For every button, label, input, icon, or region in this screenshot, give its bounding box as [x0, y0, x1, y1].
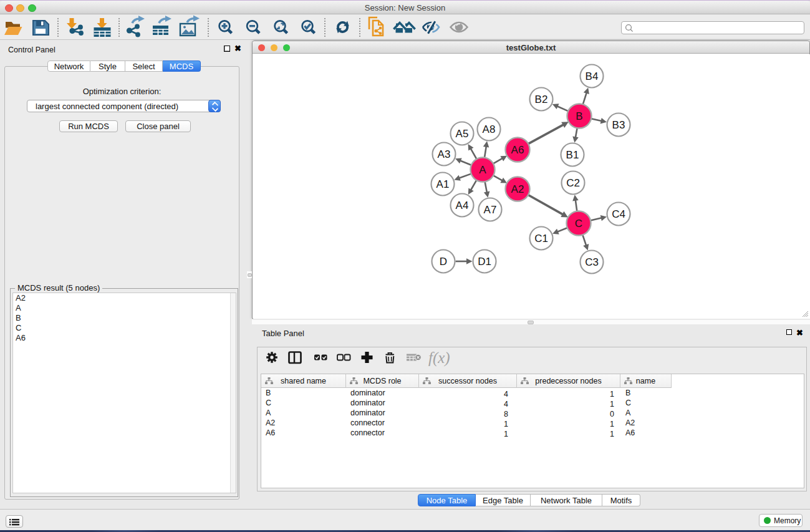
- svg-text:D: D: [440, 256, 447, 268]
- svg-text:C2: C2: [566, 177, 580, 189]
- svg-text:C1: C1: [534, 233, 548, 244]
- svg-text:C: C: [575, 218, 582, 230]
- svg-text:B1: B1: [566, 149, 579, 161]
- svg-text:A: A: [479, 164, 486, 176]
- svg-text:B4: B4: [586, 70, 599, 82]
- svg-text:A2: A2: [511, 183, 524, 195]
- svg-text:C3: C3: [585, 256, 599, 268]
- svg-text:B3: B3: [612, 119, 625, 131]
- svg-text:D1: D1: [478, 256, 491, 268]
- svg-text:A6: A6: [511, 144, 524, 156]
- svg-text:A3: A3: [438, 148, 451, 160]
- svg-text:A4: A4: [456, 200, 469, 211]
- svg-text:A8: A8: [483, 123, 496, 135]
- svg-text:A5: A5: [456, 128, 469, 140]
- svg-text:A1: A1: [436, 178, 450, 190]
- svg-text:C4: C4: [612, 208, 625, 220]
- svg-text:B: B: [576, 110, 582, 122]
- svg-text:f(x): f(x): [428, 349, 450, 367]
- svg-text:A7: A7: [484, 204, 497, 216]
- svg-text:B2: B2: [535, 94, 548, 105]
